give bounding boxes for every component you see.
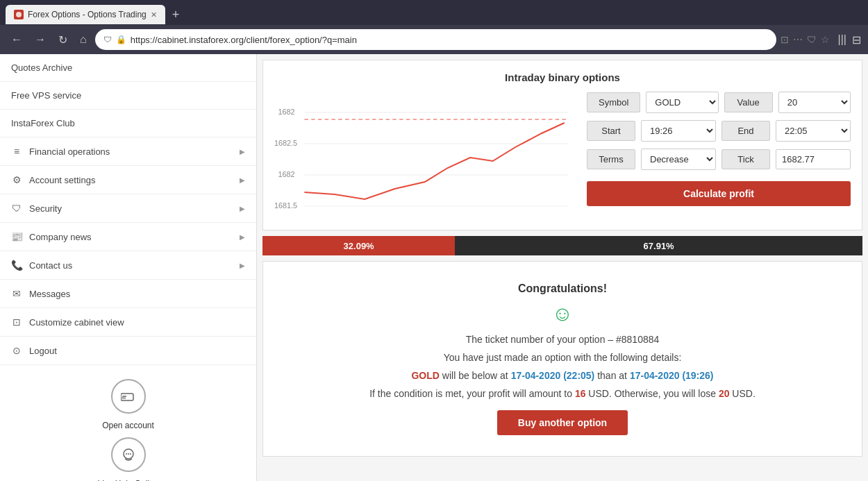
tick-input[interactable]: 1682.77	[776, 149, 851, 169]
reader-icon[interactable]: ⊡	[781, 34, 789, 45]
end-date: 17-04-2020 (22:05)	[511, 370, 595, 381]
panel-title: Intraday binary options	[274, 71, 851, 83]
sidebar-item-label: Financial operations	[29, 146, 110, 157]
shield-check-icon[interactable]: 🛡	[807, 34, 817, 45]
menu-icon[interactable]: ⋯	[793, 34, 803, 45]
svg-text:1681.5: 1681.5	[274, 202, 297, 210]
url-display: https://cabinet.instaforex.org/client/fo…	[131, 35, 768, 45]
sidebar-item-security[interactable]: 🛡 Security ▶	[0, 194, 256, 223]
gear-icon: ⚙	[11, 174, 22, 185]
condition-text: will be below at	[442, 370, 508, 381]
shield-icon: 🛡	[103, 35, 112, 44]
options-panel: Intraday binary options 1682 1682.5 1682	[262, 60, 862, 230]
profit-prefix: If the condition is met, your profit wil…	[369, 388, 572, 399]
envelope-icon: ✉	[11, 288, 22, 299]
sidebar-item-customize-cabinet[interactable]: ⊡ Customize cabinet view	[0, 308, 256, 337]
terms-label: Terms	[587, 149, 635, 169]
sidebar-item-account-settings[interactable]: ⚙ Account settings ▶	[0, 166, 256, 194]
sidebar-item-label: Logout	[29, 346, 57, 356]
buy-another-button[interactable]: Buy another option	[497, 410, 628, 435]
sidebar-item-label: Company news	[29, 232, 92, 242]
calculate-button[interactable]: Calculate profit	[587, 181, 851, 206]
layout-icon: ⊡	[11, 317, 22, 328]
detail-line: You have just made an option with the fo…	[277, 352, 848, 363]
open-account-label: Open account	[102, 421, 154, 430]
sidebar-item-contact-us[interactable]: 📞 Contact us ▶	[0, 251, 256, 280]
sidebar-item-free-vps[interactable]: Free VPS service	[0, 82, 256, 110]
sidebar-item-label: Messages	[29, 289, 70, 299]
sidebar-item-label: Account settings	[29, 175, 95, 185]
controls-area: Symbol GOLD EURUSD GBPUSD Value 10 20 50…	[587, 92, 851, 219]
start-label: Start	[587, 121, 635, 141]
active-tab[interactable]: Forex Options - Options Trading ✕	[6, 5, 165, 24]
svg-text:1682.5: 1682.5	[274, 140, 297, 147]
reload-button[interactable]: ↻	[54, 32, 72, 48]
open-account-button[interactable]	[111, 379, 146, 414]
forward-button[interactable]: →	[31, 32, 50, 47]
sidebar-item-label: Contact us	[29, 260, 72, 271]
phone-icon: 📞	[11, 260, 22, 271]
sidebar-item-instaforex-club[interactable]: InstaForex Club	[0, 110, 256, 137]
logout-icon: ⊙	[11, 345, 22, 356]
start-select[interactable]: 19:26	[641, 120, 716, 142]
loss-value: 20	[719, 388, 730, 399]
star-icon[interactable]: ☆	[821, 34, 830, 45]
library-icon[interactable]: |||	[838, 33, 846, 47]
sidebar-item-logout[interactable]: ⊙ Logout	[0, 337, 256, 365]
loss-prefix: Otherwise, you will lose	[615, 388, 716, 399]
sidebar-item-financial-ops[interactable]: ≡ Financial operations ▶	[0, 137, 256, 166]
gold-condition-line: GOLD will be below at 17-04-2020 (22:05)…	[277, 370, 848, 381]
sidebar-item-messages[interactable]: ✉ Messages	[0, 280, 256, 308]
loss-currency: USD.	[732, 388, 755, 399]
symbol-row: Symbol GOLD EURUSD GBPUSD Value 10 20 50…	[587, 92, 851, 113]
lock-icon: 🔒	[116, 35, 126, 44]
progress-red: 32.09%	[262, 236, 455, 255]
gold-symbol: GOLD	[411, 370, 439, 381]
than-text: than at	[597, 370, 627, 381]
smiley-icon: ☺	[277, 302, 848, 326]
chevron-right-icon: ▶	[240, 148, 245, 155]
end-label: End	[721, 121, 770, 141]
symbol-select[interactable]: GOLD EURUSD GBPUSD	[646, 92, 718, 113]
start-date: 17-04-2020 (19:26)	[630, 370, 714, 381]
tab-favicon	[14, 10, 24, 19]
profit-value: 16	[575, 388, 586, 399]
live-help-button[interactable]	[111, 437, 146, 472]
chevron-right-icon: ▶	[240, 262, 245, 269]
sidebar-item-label: Free VPS service	[11, 90, 81, 101]
sidebar-item-label: Quotes Archive	[11, 62, 72, 73]
chevron-right-icon: ▶	[240, 233, 245, 241]
svg-point-7	[130, 453, 131, 455]
tab-close-button[interactable]: ✕	[151, 10, 157, 19]
tab-bar: Forex Options - Options Trading ✕ +	[0, 0, 868, 25]
svg-point-0	[16, 12, 22, 17]
new-tab-button[interactable]: +	[168, 8, 184, 22]
chevron-right-icon: ▶	[240, 205, 245, 212]
terms-row: Terms Decrease Increase Tick 1682.77	[587, 149, 851, 170]
tab-title: Forex Options - Options Trading	[28, 10, 147, 19]
sidebar-item-label: Customize cabinet view	[29, 317, 124, 328]
svg-text:1682: 1682	[278, 108, 294, 116]
chart-area: 1682 1682.5 1682 1681.5	[274, 92, 576, 219]
sidebar-toggle-icon[interactable]: ⊟	[852, 33, 861, 47]
main-content: Intraday binary options 1682 1682.5 1682	[257, 54, 868, 481]
progress-bar: 32.09% 67.91%	[262, 236, 862, 255]
home-button[interactable]: ⌂	[76, 32, 91, 47]
congrats-panel: Congratulations! ☺ The ticket number of …	[262, 261, 862, 457]
value-select[interactable]: 10 20 50 100	[778, 92, 851, 113]
sidebar-item-label: InstaForex Club	[11, 118, 75, 128]
sidebar: Quotes Archive Free VPS service InstaFor…	[0, 54, 257, 481]
ticket-line: The ticket number of your option – #8810…	[277, 334, 848, 345]
end-select[interactable]: 22:05	[776, 120, 851, 142]
sidebar-item-quotes-archive[interactable]: Quotes Archive	[0, 54, 256, 82]
sidebar-item-company-news[interactable]: 📰 Company news ▶	[0, 223, 256, 251]
address-input-wrap[interactable]: 🛡 🔒 https://cabinet.instaforex.org/clien…	[95, 29, 776, 50]
back-button[interactable]: ←	[7, 32, 26, 47]
profit-currency: USD.	[588, 388, 611, 399]
terms-select[interactable]: Decrease Increase	[641, 149, 716, 170]
svg-point-6	[128, 453, 129, 455]
symbol-label: Symbol	[587, 92, 640, 112]
svg-rect-3	[122, 397, 126, 399]
chevron-right-icon: ▶	[240, 176, 245, 184]
congrats-title: Congratulations!	[277, 282, 848, 295]
